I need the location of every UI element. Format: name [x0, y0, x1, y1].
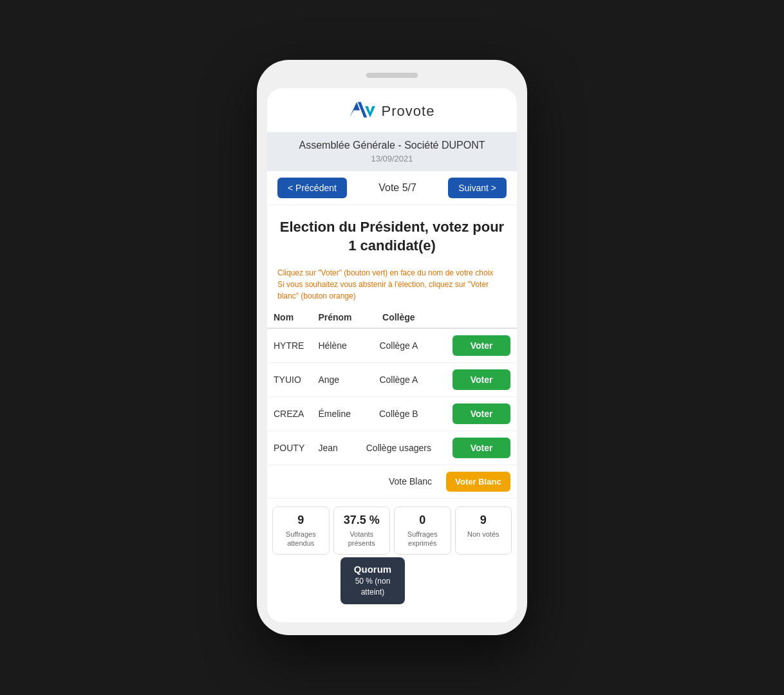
- quorum-box: Quorum 50 % (non atteint): [341, 557, 405, 604]
- stat-label: Suffrages attendus: [277, 530, 325, 548]
- phone-notch: [366, 73, 418, 78]
- session-bar: Assemblée Générale - Société DUPONT 13/0…: [267, 132, 517, 171]
- stat-box: 0 Suffrages exprimés: [394, 506, 451, 555]
- candidate-vote-cell: Voter: [438, 328, 517, 363]
- stat-value: 0: [398, 514, 447, 527]
- candidate-college: Collège A: [359, 362, 438, 396]
- candidate-prenom: Émeline: [312, 396, 359, 431]
- candidate-vote-cell: Voter: [438, 431, 517, 465]
- vote-title: Election du Président, votez pour 1 cand…: [277, 218, 507, 255]
- stat-label: Votants présents: [338, 530, 386, 548]
- vote-title-section: Election du Président, votez pour 1 cand…: [267, 205, 517, 260]
- table-row: CREZA Émeline Collège B Voter: [267, 396, 517, 431]
- quorum-detail: 50 % (non atteint): [344, 576, 401, 598]
- candidate-nom: TYUIO: [267, 362, 312, 396]
- stats-section: 9 Suffrages attendus 37.5 % Votants prés…: [267, 499, 517, 558]
- session-title: Assemblée Générale - Société DUPONT: [277, 140, 507, 151]
- svg-marker-2: [365, 106, 375, 118]
- instruction-line1: Cliquez sur "Voter" (bouton vert) en fac…: [277, 268, 493, 277]
- prev-button[interactable]: < Précédent: [277, 178, 347, 198]
- candidate-nom: POUTY: [267, 431, 312, 465]
- candidate-college: Collège usagers: [359, 431, 438, 465]
- stat-box: 9 Suffrages attendus: [272, 506, 330, 555]
- provote-logo-icon: [350, 101, 375, 122]
- quorum-row: Quorum 50 % (non atteint): [267, 557, 517, 622]
- col-header-nom: Nom: [267, 307, 312, 328]
- candidate-college: Collège A: [359, 328, 438, 363]
- stat-value: 9: [460, 514, 508, 527]
- vote-blanc-cell: Voter Blanc: [438, 465, 517, 498]
- candidate-nom: HYTRE: [267, 328, 312, 363]
- nav-bar: < Précédent Vote 5/7 Suivant >: [267, 171, 517, 205]
- candidate-college: Collège B: [359, 396, 438, 431]
- col-header-college: Collège: [359, 307, 438, 328]
- table-row: POUTY Jean Collège usagers Voter: [267, 431, 517, 465]
- candidate-prenom: Hélène: [312, 328, 359, 363]
- app-header: Provote: [267, 88, 517, 132]
- session-date: 13/09/2021: [277, 154, 507, 163]
- vote-counter: Vote 5/7: [378, 182, 416, 194]
- phone-shell: Provote Assemblée Générale - Société DUP…: [257, 60, 527, 635]
- voter-button-3[interactable]: Voter: [453, 438, 510, 458]
- voter-blanc-button[interactable]: Voter Blanc: [446, 472, 510, 492]
- candidate-vote-cell: Voter: [438, 362, 517, 396]
- stat-value: 9: [277, 514, 325, 527]
- voter-button-0[interactable]: Voter: [453, 335, 510, 356]
- phone-screen: Provote Assemblée Générale - Société DUP…: [267, 88, 517, 622]
- vote-instructions: Cliquez sur "Voter" (bouton vert) en fac…: [267, 261, 517, 307]
- svg-marker-0: [350, 102, 360, 118]
- stat-label: Non votés: [460, 530, 508, 539]
- stat-box: 9 Non votés: [455, 506, 512, 555]
- stat-label: Suffrages exprimés: [398, 530, 447, 548]
- candidates-table: Nom Prénom Collège HYTRE Hélène Collège …: [267, 307, 517, 499]
- quorum-title: Quorum: [344, 564, 401, 575]
- next-button[interactable]: Suivant >: [448, 178, 507, 198]
- candidate-prenom: Ange: [312, 362, 359, 396]
- candidate-nom: CREZA: [267, 396, 312, 431]
- candidate-prenom: Jean: [312, 431, 359, 465]
- stat-value: 37.5 %: [338, 514, 386, 527]
- voter-button-1[interactable]: Voter: [453, 369, 510, 390]
- instruction-line2: Si vous souhaitez vous abstenir à l'élec…: [277, 280, 489, 301]
- table-row: TYUIO Ange Collège A Voter: [267, 362, 517, 396]
- vote-blanc-label: Vote Blanc: [359, 465, 438, 498]
- app-title: Provote: [382, 103, 435, 120]
- voter-button-2[interactable]: Voter: [453, 403, 510, 424]
- candidate-vote-cell: Voter: [438, 396, 517, 431]
- table-row: HYTRE Hélène Collège A Voter: [267, 328, 517, 363]
- col-header-prenom: Prénom: [312, 307, 359, 328]
- stat-box: 37.5 % Votants présents: [333, 506, 391, 555]
- vote-blanc-row: Vote Blanc Voter Blanc: [267, 465, 517, 498]
